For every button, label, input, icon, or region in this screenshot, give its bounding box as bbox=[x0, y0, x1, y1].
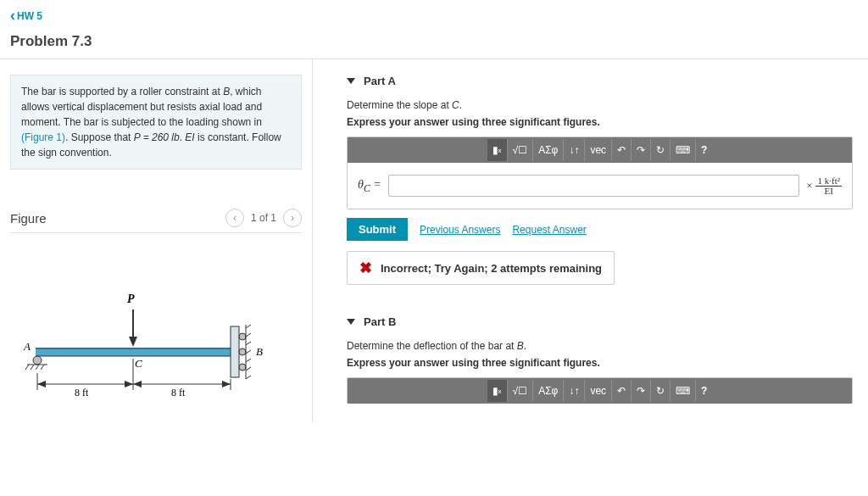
next-figure-button[interactable]: › bbox=[283, 209, 302, 227]
reset-icon[interactable]: ↻ bbox=[651, 380, 670, 402]
vec-icon[interactable]: vec bbox=[585, 139, 612, 161]
back-link-text: HW 5 bbox=[17, 10, 42, 22]
svg-text:P: P bbox=[127, 293, 135, 305]
svg-text:8 ft: 8 ft bbox=[171, 387, 186, 398]
svg-marker-22 bbox=[129, 337, 137, 347]
vec-icon[interactable]: vec bbox=[585, 380, 612, 402]
answer-unit: × 1 k·ft²EI bbox=[806, 176, 842, 196]
svg-point-10 bbox=[239, 333, 246, 340]
fraction-icon[interactable]: ▮x bbox=[487, 139, 508, 161]
previous-answers-link[interactable]: Previous Answers bbox=[420, 224, 500, 236]
svg-marker-31 bbox=[37, 381, 46, 387]
figure-link[interactable]: (Figure 1) bbox=[21, 131, 65, 143]
part-b-instruction-1: Determine the deflection of the bar at B… bbox=[347, 340, 853, 352]
feedback-box: ✖ Incorrect; Try Again; 2 attempts remai… bbox=[347, 251, 615, 285]
svg-marker-35 bbox=[222, 381, 231, 387]
redo-icon[interactable]: ↷ bbox=[632, 139, 651, 161]
svg-line-14 bbox=[246, 325, 251, 328]
svg-marker-34 bbox=[133, 381, 142, 387]
svg-line-20 bbox=[246, 376, 251, 379]
svg-point-3 bbox=[33, 356, 42, 365]
answer-symbol: θC = bbox=[358, 178, 381, 194]
svg-line-15 bbox=[246, 333, 251, 337]
help-icon[interactable]: ? bbox=[696, 380, 712, 402]
fraction-icon[interactable]: ▮x bbox=[487, 380, 508, 402]
part-a-instruction-2: Express your answer using three signific… bbox=[347, 116, 853, 128]
svg-point-12 bbox=[239, 364, 246, 371]
prev-figure-button[interactable]: ‹ bbox=[225, 209, 244, 227]
svg-text:B: B bbox=[256, 345, 263, 358]
answer-box-a: ▮x √☐ ΑΣφ ↓↑ vec ↶ ↷ ↻ ⌨ ? θC = × 1 k·ft… bbox=[347, 137, 853, 209]
svg-line-5 bbox=[25, 365, 29, 370]
svg-rect-9 bbox=[231, 326, 239, 377]
arrows-icon[interactable]: ↓↑ bbox=[564, 139, 585, 161]
svg-line-8 bbox=[41, 365, 44, 370]
request-answer-link[interactable]: Request Answer bbox=[512, 224, 586, 236]
part-b-title: Part B bbox=[364, 315, 396, 328]
keyboard-icon[interactable]: ⌨ bbox=[670, 139, 696, 161]
svg-text:C: C bbox=[135, 357, 142, 370]
figure-diagram: P A B C 8 ft 8 ft bbox=[10, 276, 302, 422]
equation-toolbar-b: ▮x √☐ ΑΣφ ↓↑ vec ↶ ↷ ↻ ⌨ ? bbox=[348, 378, 852, 404]
redo-icon[interactable]: ↷ bbox=[632, 380, 651, 402]
equation-toolbar: ▮x √☐ ΑΣφ ↓↑ vec ↶ ↷ ↻ ⌨ ? bbox=[348, 137, 852, 163]
svg-text:A: A bbox=[23, 340, 31, 353]
caret-down-icon bbox=[347, 78, 355, 84]
feedback-text: Incorrect; Try Again; 2 attempts remaini… bbox=[381, 262, 602, 275]
part-b-header[interactable]: Part B bbox=[347, 315, 853, 328]
submit-button[interactable]: Submit bbox=[347, 218, 408, 241]
svg-line-19 bbox=[246, 367, 251, 371]
undo-icon[interactable]: ↶ bbox=[612, 380, 632, 402]
x-icon: ✖ bbox=[359, 259, 372, 277]
chevron-left-icon: ‹ bbox=[10, 7, 15, 25]
part-a-title: Part A bbox=[364, 75, 396, 87]
pager-text: 1 of 1 bbox=[251, 212, 276, 224]
undo-icon[interactable]: ↶ bbox=[612, 139, 632, 161]
help-icon[interactable]: ? bbox=[696, 139, 712, 161]
answer-box-b: ▮x √☐ ΑΣφ ↓↑ vec ↶ ↷ ↻ ⌨ ? bbox=[347, 377, 853, 404]
back-link[interactable]: ‹ HW 5 bbox=[10, 7, 42, 25]
svg-marker-32 bbox=[125, 381, 133, 387]
figure-pager: ‹ 1 of 1 › bbox=[225, 209, 302, 227]
sqrt-icon[interactable]: √☐ bbox=[508, 139, 534, 161]
caret-down-icon bbox=[347, 319, 355, 325]
answer-input-a[interactable] bbox=[388, 175, 800, 197]
sqrt-icon[interactable]: √☐ bbox=[508, 380, 534, 402]
part-a-instruction-1: Determine the slope at C. bbox=[347, 99, 853, 111]
part-a-header[interactable]: Part A bbox=[347, 75, 853, 87]
svg-point-11 bbox=[239, 348, 246, 355]
figure-label: Figure bbox=[10, 211, 47, 226]
keyboard-icon[interactable]: ⌨ bbox=[670, 380, 696, 402]
arrows-icon[interactable]: ↓↑ bbox=[564, 380, 585, 402]
reset-icon[interactable]: ↻ bbox=[651, 139, 670, 161]
part-b-instruction-2: Express your answer using three signific… bbox=[347, 357, 853, 369]
problem-description: The bar is supported by a roller constra… bbox=[10, 75, 302, 170]
svg-line-18 bbox=[246, 359, 251, 362]
svg-line-7 bbox=[36, 365, 39, 370]
svg-line-6 bbox=[31, 365, 34, 370]
svg-line-16 bbox=[246, 342, 251, 345]
svg-text:8 ft: 8 ft bbox=[75, 387, 89, 398]
greek-icon[interactable]: ΑΣφ bbox=[533, 139, 564, 161]
greek-icon[interactable]: ΑΣφ bbox=[533, 380, 564, 402]
svg-line-17 bbox=[246, 350, 251, 354]
problem-title: Problem 7.3 bbox=[10, 33, 858, 50]
